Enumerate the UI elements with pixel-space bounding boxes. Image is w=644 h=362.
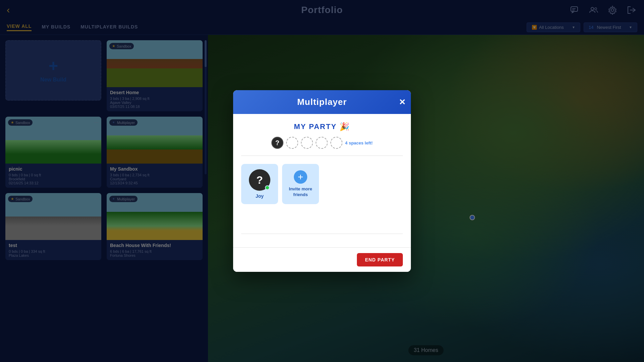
end-party-button[interactable]: END PARTY [357,253,403,266]
party-avatar-empty-2 [301,137,313,149]
joy-online-indicator [265,185,270,190]
party-avatar-empty-1 [286,137,298,149]
member-card-joy[interactable]: ? Joy [241,164,278,204]
multiplayer-modal: Multiplayer ✕ MY PARTY 🎉 ? 4 spaces left… [233,90,411,272]
party-emoji: 🎉 [339,122,350,131]
party-label: MY PARTY 🎉 [241,122,403,131]
invite-friends-card[interactable]: + Invite more friends [282,164,319,204]
party-avatars: ? 4 spaces left! [241,137,403,149]
party-avatar-empty-4 [330,137,342,149]
modal-footer: END PARTY [233,247,411,272]
party-avatar-filled: ? [271,137,283,149]
invite-plus-icon: + [294,170,307,184]
party-spaces-left: 4 spaces left! [345,140,373,145]
invite-text: Invite more friends [287,186,314,198]
joy-avatar: ? [249,169,270,191]
joy-name: Joy [256,193,264,199]
modal-close-button[interactable]: ✕ [399,98,406,107]
modal-body: MY PARTY 🎉 ? 4 spaces left! [233,114,411,247]
modal-header: Multiplayer ✕ [233,90,411,114]
modal-divider-top [241,156,403,156]
party-avatar-empty-3 [316,137,328,149]
modal-divider-bottom [241,234,403,234]
party-section: MY PARTY 🎉 ? 4 spaces left! [241,122,403,149]
modal-overlay: Multiplayer ✕ MY PARTY 🎉 ? 4 spaces left… [0,0,644,362]
modal-title: Multiplayer [297,97,347,107]
party-members: ? Joy + Invite more friends [241,161,403,207]
